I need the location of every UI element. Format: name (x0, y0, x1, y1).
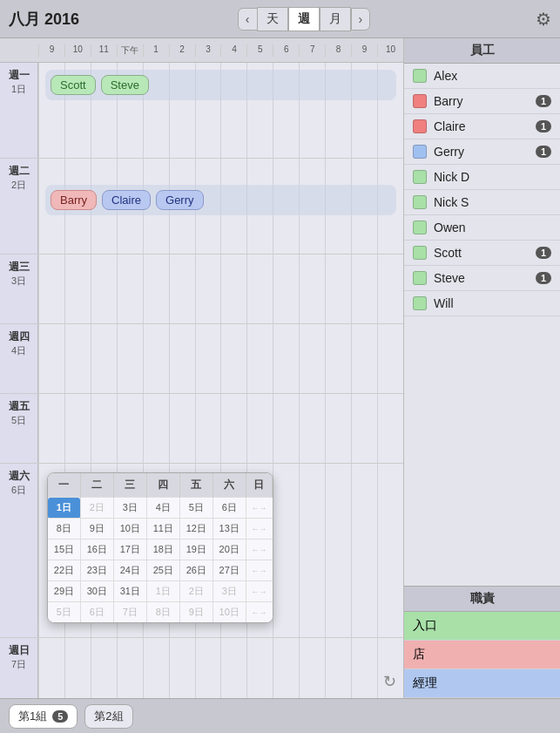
staff-color-nickd (413, 170, 427, 184)
time-grid-5 (38, 394, 403, 463)
dom-3: 3日 (3, 275, 34, 288)
mc-day-20[interactable]: 20日 (213, 540, 246, 560)
tc (195, 324, 221, 393)
mc-day-29[interactable]: 29日 (48, 581, 80, 602)
dom-2: 2日 (3, 179, 34, 192)
staff-item-owen[interactable]: Owen (404, 215, 560, 241)
mc-day-10[interactable]: 10日 (113, 519, 146, 540)
mc-sep-6[interactable]: 6日 (80, 602, 113, 623)
mc-sep-8[interactable]: 8日 (146, 602, 179, 623)
mc-nav-4[interactable]: ←→ (246, 560, 272, 581)
mini-cal-table: 一 二 三 四 五 六 日 (48, 473, 273, 622)
event-steve[interactable]: Steve (101, 75, 149, 95)
role-item-entrance[interactable]: 入口 (404, 612, 560, 641)
mc-nav-5[interactable]: ←→ (246, 581, 272, 602)
mc-sep-2[interactable]: 2日 (179, 581, 213, 602)
day-content-4 (38, 324, 403, 393)
header: 八月 2016 ‹ 天 週 月 › ⚙ (0, 0, 560, 38)
mc-sep-3[interactable]: 3日 (213, 581, 246, 602)
mc-day-25[interactable]: 25日 (146, 560, 179, 581)
role-item-manager[interactable]: 經理 (404, 669, 560, 698)
sidebar-roles-title: 職責 (404, 587, 560, 612)
staff-item-scott[interactable]: Scott 1 (404, 241, 560, 266)
group1-button[interactable]: 第1組 5 (9, 704, 78, 729)
mc-day-11[interactable]: 11日 (146, 519, 179, 540)
mc-nav-6[interactable]: ←→ (246, 602, 272, 623)
gear-icon[interactable]: ⚙ (536, 9, 551, 30)
day-content-6: 一 二 三 四 五 六 日 (38, 464, 403, 637)
mc-day-27[interactable]: 27日 (213, 560, 246, 581)
mc-day-26[interactable]: 26日 (179, 560, 213, 581)
staff-item-gerry[interactable]: Gerry 1 (404, 139, 560, 165)
mc-day-6[interactable]: 6日 (213, 498, 246, 519)
day-label-1: 週一 1日 (0, 63, 38, 158)
nav-day-button[interactable]: 天 (257, 7, 288, 31)
mc-day-30[interactable]: 30日 (80, 581, 113, 602)
tc (195, 255, 221, 323)
mc-day-7nav[interactable]: ←→ (246, 498, 272, 519)
mc-sep-5[interactable]: 5日 (48, 602, 80, 623)
tc (377, 324, 403, 393)
event-barry[interactable]: Barry (51, 190, 97, 210)
mc-sep-7[interactable]: 7日 (113, 602, 146, 623)
mc-day-8[interactable]: 8日 (48, 519, 80, 540)
mc-nav-2[interactable]: ←→ (246, 519, 272, 540)
staff-item-claire[interactable]: Claire 1 (404, 114, 560, 139)
dow-1: 週一 (3, 68, 34, 83)
tc (169, 638, 195, 698)
nav-next-button[interactable]: › (351, 8, 371, 31)
mc-day-4[interactable]: 4日 (146, 498, 179, 519)
mc-day-15[interactable]: 15日 (48, 540, 80, 560)
staff-item-nicks[interactable]: Nick S (404, 190, 560, 215)
tc (273, 638, 299, 698)
tc (169, 394, 195, 463)
mc-day-2[interactable]: 2日 (80, 498, 113, 519)
mc-day-3[interactable]: 3日 (113, 498, 146, 519)
mc-day-5[interactable]: 5日 (179, 498, 213, 519)
staff-item-alex[interactable]: Alex (404, 64, 560, 89)
mc-day-31[interactable]: 31日 (113, 581, 146, 602)
nav-week-button[interactable]: 週 (288, 7, 320, 31)
staff-item-barry[interactable]: Barry 1 (404, 89, 560, 114)
mc-day-23[interactable]: 23日 (80, 560, 113, 581)
mc-day-13[interactable]: 13日 (213, 519, 246, 540)
staff-item-will[interactable]: Will (404, 291, 560, 316)
mc-sep-9[interactable]: 9日 (179, 602, 213, 623)
group2-button[interactable]: 第2組 (84, 704, 132, 729)
refresh-icon[interactable]: ↻ (383, 672, 396, 691)
mc-day-18[interactable]: 18日 (146, 540, 179, 560)
mc-nav-3[interactable]: ←→ (246, 540, 272, 560)
tc (377, 394, 403, 463)
mc-day-9[interactable]: 9日 (80, 519, 113, 540)
event-gerry[interactable]: Gerry (156, 190, 204, 210)
mc-day-19[interactable]: 19日 (179, 540, 213, 560)
nav-month-button[interactable]: 月 (320, 7, 351, 31)
staff-item-steve[interactable]: Steve 1 (404, 266, 560, 291)
staff-color-alex (413, 69, 427, 83)
day-content-1: Scott Steve (38, 63, 403, 158)
mc-day-1[interactable]: 1日 (48, 498, 80, 519)
mc-sep-1[interactable]: 1日 (146, 581, 179, 602)
time-2: 2 (169, 44, 195, 57)
day-label-6: 週六 6日 (0, 464, 38, 637)
staff-name-owen: Owen (434, 221, 551, 234)
mc-day-16[interactable]: 16日 (80, 540, 113, 560)
mc-header-sat: 六 (213, 473, 246, 498)
event-scott[interactable]: Scott (51, 75, 96, 95)
staff-item-nickd[interactable]: Nick D (404, 165, 560, 190)
day-row-1: 週一 1日 (0, 63, 403, 159)
role-item-shop[interactable]: 店 (404, 641, 560, 669)
mc-sep-10[interactable]: 10日 (213, 602, 246, 623)
mc-day-17[interactable]: 17日 (113, 540, 146, 560)
staff-name-claire: Claire (434, 119, 536, 133)
mc-header-tue: 二 (80, 473, 113, 498)
tc (246, 394, 273, 463)
tc (38, 394, 64, 463)
nav-prev-button[interactable]: ‹ (238, 8, 258, 31)
mc-day-12[interactable]: 12日 (179, 519, 213, 540)
day-content-3 (38, 255, 403, 323)
mc-day-24[interactable]: 24日 (113, 560, 146, 581)
group1-label: 第1組 (18, 709, 47, 724)
mc-day-22[interactable]: 22日 (48, 560, 80, 581)
event-claire[interactable]: Claire (102, 190, 151, 210)
